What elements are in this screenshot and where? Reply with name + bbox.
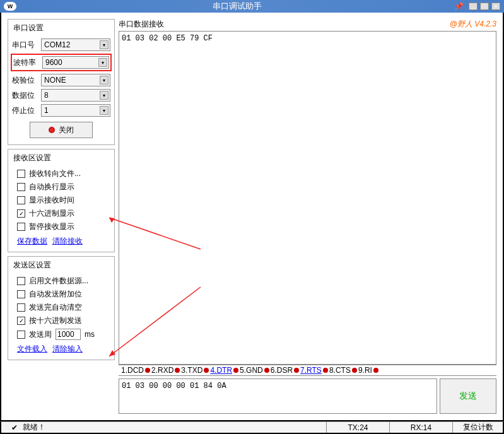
minimize-button[interactable]: _	[469, 3, 478, 10]
port-settings-legend: 串口设置	[12, 23, 45, 33]
signal-led-icon	[264, 368, 269, 373]
tx-period-input[interactable]	[56, 329, 81, 340]
rx-data-header: 串口数据接收	[119, 19, 164, 30]
signal-led-icon	[352, 368, 357, 373]
tx-filesrc-label: 启用文件数据源...	[29, 276, 88, 286]
rx-tofile-checkbox[interactable]	[17, 170, 25, 178]
status-bar: ✔ 就绪！ TX:24 RX:14 复位计数	[0, 421, 504, 434]
signal-dcd: 1.DCD	[121, 366, 150, 375]
port-select[interactable]: COM12▾	[41, 38, 110, 51]
port-label: 串口号	[12, 40, 38, 50]
stop-label: 停止位	[12, 105, 38, 116]
chevron-down-icon: ▾	[100, 76, 108, 85]
signal-led-icon	[323, 368, 328, 373]
baud-label: 波特率	[13, 57, 40, 68]
tx-clear-checkbox[interactable]	[17, 303, 25, 312]
baud-highlight: 波特率 9600▾	[11, 54, 112, 71]
tx-filesrc-checkbox[interactable]	[17, 277, 25, 285]
data-label: 数据位	[12, 90, 38, 101]
data-select[interactable]: 8▾	[41, 89, 110, 102]
send-button[interactable]: 发送	[440, 378, 496, 414]
rx-pause-label: 暂停接收显示	[29, 221, 74, 232]
rx-tofile-label: 接收转向文件...	[29, 168, 81, 179]
signal-dtr[interactable]: 4.DTR	[210, 366, 238, 375]
ready-icon: ✔	[11, 423, 18, 432]
titlebar: W 串口调试助手 📌 _ □ ×	[0, 0, 504, 13]
reset-count-button[interactable]: 复位计数	[452, 422, 503, 433]
app-icon: W	[4, 2, 16, 11]
signal-status-bar: 1.DCD 2.RXD 3.TXD 4.DTR 5.GND 6.DSR 7.RT…	[119, 365, 496, 376]
close-window-button[interactable]: ×	[491, 3, 500, 10]
rx-showtime-label: 显示接收时间	[29, 195, 74, 206]
tx-append-label: 自动发送附加位	[29, 289, 82, 300]
signal-dsr: 6.DSR	[271, 366, 299, 375]
signal-cts: 8.CTS	[329, 366, 357, 375]
file-load-link[interactable]: 文件载入	[17, 344, 47, 355]
tx-hex-checkbox[interactable]: ✓	[17, 317, 25, 325]
rx-hex-label: 十六进制显示	[29, 208, 74, 219]
window-title: 串口调试助手	[20, 1, 454, 12]
status-ready: 就绪！	[20, 422, 326, 433]
clear-tx-link[interactable]: 清除输入	[52, 344, 83, 355]
signal-led-icon	[373, 368, 378, 373]
status-tx: TX:24	[326, 422, 389, 433]
signal-led-icon	[233, 368, 238, 373]
signal-txd: 3.TXD	[181, 366, 209, 375]
signal-led-icon	[145, 368, 150, 373]
tx-data-input[interactable]	[119, 378, 437, 414]
rx-data-display[interactable]: 01 03 02 00 E5 79 CF	[119, 31, 496, 365]
signal-gnd: 5.GND	[240, 366, 269, 375]
maximize-button[interactable]: □	[480, 3, 489, 10]
status-rx: RX:14	[389, 422, 452, 433]
stop-select[interactable]: 1▾	[41, 104, 110, 117]
parity-label: 校验位	[12, 75, 38, 86]
tx-hex-label: 按十六进制发送	[29, 315, 82, 326]
close-port-button[interactable]: 关闭	[30, 122, 93, 138]
chevron-down-icon: ▾	[100, 91, 108, 100]
chevron-down-icon: ▾	[100, 40, 108, 49]
parity-select[interactable]: NONE▾	[41, 74, 110, 86]
chevron-down-icon: ▾	[98, 58, 107, 67]
tx-settings-legend: 发送区设置	[12, 260, 52, 271]
rx-settings-legend: 接收区设置	[12, 153, 52, 163]
tx-append-checkbox[interactable]	[17, 290, 25, 298]
rx-autowrap-checkbox[interactable]	[17, 183, 25, 191]
tx-period-checkbox[interactable]	[17, 331, 25, 339]
status-led-icon	[49, 127, 55, 133]
baud-select[interactable]: 9600▾	[42, 56, 109, 69]
save-data-link[interactable]: 保存数据	[17, 236, 47, 247]
tx-settings-group: 发送区设置 启用文件数据源... 自动发送附加位 发送完自动清空 ✓按十六进制发…	[8, 256, 115, 360]
rx-hex-checkbox[interactable]: ✓	[17, 209, 25, 218]
chevron-down-icon: ▾	[100, 106, 108, 115]
tx-period-label: 发送周	[29, 329, 52, 340]
version-label: @野人 V4.2.3	[450, 19, 496, 30]
signal-ri: 9.RI	[358, 366, 378, 375]
tx-clear-label: 发送完自动清空	[29, 302, 82, 313]
rx-settings-group: 接收区设置 接收转向文件... 自动换行显示 显示接收时间 ✓十六进制显示 暂停…	[8, 149, 115, 252]
rx-pause-checkbox[interactable]	[17, 223, 25, 231]
rx-showtime-checkbox[interactable]	[17, 196, 25, 204]
signal-rts[interactable]: 7.RTS	[300, 366, 328, 375]
signal-rxd: 2.RXD	[151, 366, 180, 375]
signal-led-icon	[204, 368, 209, 373]
signal-led-icon	[175, 368, 180, 373]
tx-period-unit: ms	[85, 330, 95, 339]
port-settings-group: 串口设置 串口号 COM12▾ 波特率 9600▾ 校验位 NONE▾ 数据位	[8, 19, 115, 145]
pin-icon[interactable]: 📌	[454, 2, 464, 11]
rx-autowrap-label: 自动换行显示	[29, 182, 74, 192]
clear-rx-link[interactable]: 清除接收	[52, 236, 83, 247]
signal-led-icon	[294, 368, 299, 373]
